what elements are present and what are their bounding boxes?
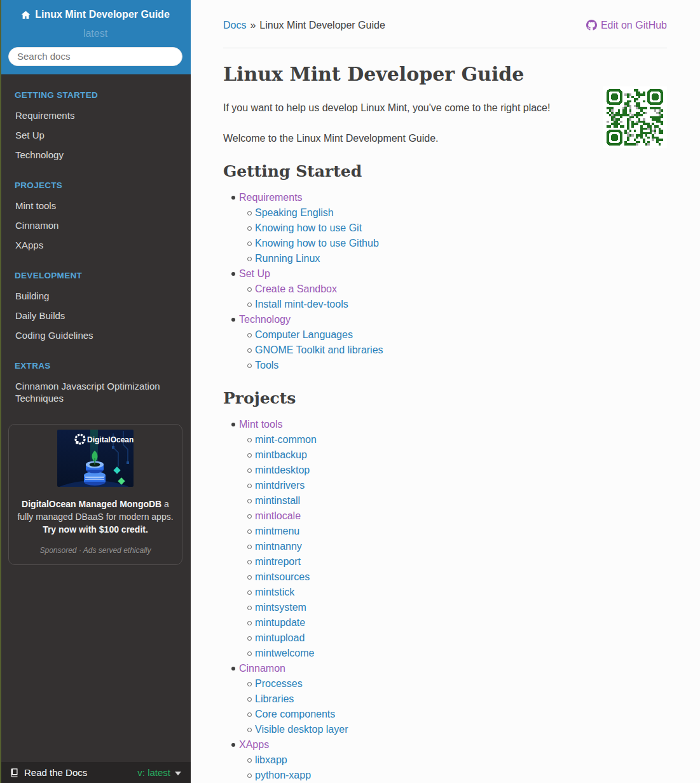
toc-link[interactable]: Core components (255, 709, 335, 719)
toc-link[interactable]: mintupload (255, 632, 305, 643)
list-item: mintlocale (248, 508, 667, 524)
toc-link[interactable]: Knowing how to use Github (255, 238, 379, 249)
digitalocean-ad-image[interactable]: DigitalOcean (57, 430, 134, 487)
toc-link[interactable]: Technology (239, 314, 291, 325)
toc-link[interactable]: Set Up (239, 268, 270, 279)
sidebar-item-coding-guidelines[interactable]: Coding Guidelines (0, 325, 191, 345)
rtd-version-bar[interactable]: Read the Docs v: latest (0, 762, 191, 783)
breadcrumb: Docs»Linux Mint Developer Guide Edit on … (223, 19, 667, 31)
list-item: mintmenu (248, 524, 667, 539)
list-item: mintsystem (248, 600, 667, 615)
toc-link[interactable]: Install mint-dev-tools (255, 299, 348, 310)
list-item: Knowing how to use Github (248, 236, 667, 251)
list-item: mintreport (248, 554, 667, 569)
toc-link[interactable]: GNOME Toolkit and libraries (255, 344, 383, 355)
sidebar-item-requirements[interactable]: Requirements (0, 106, 191, 125)
sidebar-item-technology[interactable]: Technology (0, 145, 191, 165)
toc-link[interactable]: Knowing how to use Git (255, 222, 362, 233)
toc-link[interactable]: libxapp (255, 754, 287, 765)
sidebar-item-cinnamon-javascript-optimization-techniques[interactable]: Cinnamon Javascript Optimization Techniq… (0, 376, 191, 408)
toc-link[interactable]: mintsources (255, 571, 310, 582)
ad-text[interactable]: DigitalOcean Managed MongoDB a fully man… (17, 498, 174, 536)
toc-link[interactable]: mintwelcome (255, 648, 314, 658)
toc-link[interactable]: Create a Sandbox (255, 283, 337, 294)
toc-link[interactable]: Computer Languages (255, 329, 353, 340)
search-box (8, 47, 182, 66)
sidebar-header: Linux Mint Developer Guide latest (0, 0, 191, 74)
list-item: mintnanny (248, 539, 667, 554)
version-flyout-toggle[interactable]: v: latest (137, 767, 181, 778)
list-item: Speaking English (248, 205, 667, 221)
section-heading: Getting Started (223, 162, 667, 180)
toc-link[interactable]: python-xapp (255, 770, 311, 780)
sidebar-item-set-up[interactable]: Set Up (0, 125, 191, 145)
list-item: Running Linux (248, 251, 667, 266)
nav-section-caption: PROJECTS (0, 180, 191, 190)
main-content-area: Docs»Linux Mint Developer Guide Edit on … (191, 0, 700, 783)
toc-link[interactable]: mintsystem (255, 602, 306, 613)
list-item: Set UpCreate a SandboxInstall mint-dev-t… (233, 266, 667, 312)
toc-link[interactable]: Tools (255, 360, 278, 371)
intro-paragraph-1: If you want to help us develop Linux Min… (223, 100, 667, 116)
qr-code-image (603, 86, 667, 148)
toc-link[interactable]: mintbackup (255, 449, 307, 460)
list-item: Processes (248, 676, 667, 691)
toc-link[interactable]: XApps (239, 739, 269, 750)
toc-link[interactable]: Visible desktop layer (255, 724, 348, 735)
list-item: mintwelcome (248, 646, 667, 661)
project-home-link[interactable]: Linux Mint Developer Guide (21, 9, 170, 20)
list-item: Visible desktop layer (248, 722, 667, 737)
list-item: TechnologyComputer LanguagesGNOME Toolki… (233, 312, 667, 373)
list-item: python-xapp (248, 768, 667, 783)
toc-link[interactable]: Speaking English (255, 207, 334, 218)
home-icon (21, 10, 31, 20)
sidebar-item-mint-tools[interactable]: Mint tools (0, 196, 191, 215)
toc-link[interactable]: Cinnamon (239, 663, 285, 674)
breadcrumb-docs-link[interactable]: Docs (223, 20, 246, 31)
list-item: mintsources (248, 569, 667, 585)
sidebar-item-daily-builds[interactable]: Daily Builds (0, 306, 191, 325)
breadcrumb-trail: Docs»Linux Mint Developer Guide (223, 19, 385, 31)
toc-link[interactable]: mintmenu (255, 526, 299, 536)
list-item: Create a Sandbox (248, 282, 667, 297)
ad-headline-bold: DigitalOcean Managed MongoDB (22, 499, 161, 509)
sidebar-item-xapps[interactable]: XApps (0, 235, 191, 255)
book-icon (10, 768, 19, 777)
list-item: Tools (248, 358, 667, 373)
toc-link[interactable]: mintdrivers (255, 480, 305, 491)
toc-link[interactable]: mintupdate (255, 617, 305, 628)
toc-link[interactable]: mint-common (255, 434, 317, 445)
version-label: latest (8, 28, 182, 39)
current-version-text: v: latest (137, 767, 170, 778)
toc-link[interactable]: Libraries (255, 693, 294, 704)
search-input[interactable] (8, 47, 182, 66)
section-heading: Projects (223, 389, 667, 407)
toc-link[interactable]: mintdesktop (255, 465, 310, 475)
list-item: mintstick (248, 585, 667, 600)
nav-section-caption: GETTING STARTED (0, 90, 191, 100)
list-item: CinnamonProcessesLibrariesCore component… (233, 661, 667, 737)
toc-link[interactable]: mintlocale (255, 510, 301, 521)
toc-link[interactable]: Requirements (239, 192, 303, 203)
toc-link[interactable]: Mint tools (239, 419, 282, 430)
toc-link[interactable]: Processes (255, 678, 303, 689)
sidebar-item-cinnamon[interactable]: Cinnamon (0, 215, 191, 235)
nav-section-caption: DEVELOPMENT (0, 271, 191, 280)
sidebar: Linux Mint Developer Guide latest GETTIN… (0, 0, 191, 783)
toc-link[interactable]: mintinstall (255, 495, 300, 506)
sidebar-item-building[interactable]: Building (0, 286, 191, 306)
rtd-label: Read the Docs (10, 767, 87, 778)
list-item: Mint toolsmint-commonmintbackupmintdeskt… (233, 417, 667, 661)
rtd-label-text: Read the Docs (24, 767, 87, 778)
list-item: Install mint-dev-tools (248, 297, 667, 312)
ad-sponsor-note[interactable]: Sponsored · Ads served ethically (17, 546, 174, 555)
project-title: Linux Mint Developer Guide (35, 9, 170, 20)
edit-on-github-link[interactable]: Edit on GitHub (586, 19, 667, 31)
toc-link[interactable]: mintstick (255, 587, 294, 597)
toc-link[interactable]: mintnanny (255, 541, 302, 552)
toc-link[interactable]: mintreport (255, 556, 301, 567)
list-item: mintdrivers (248, 478, 667, 493)
list-item: mint-common (248, 432, 667, 447)
caret-down-icon (175, 772, 181, 775)
toc-link[interactable]: Running Linux (255, 253, 320, 264)
